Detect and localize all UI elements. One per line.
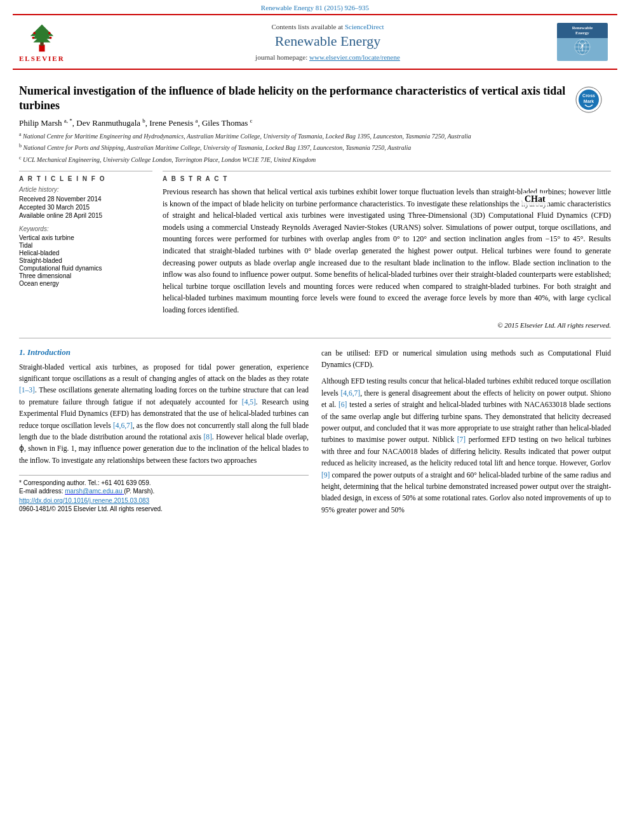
body-right-column: can be utilised: EFD or numerical simula… [321,347,611,521]
journal-homepage-line: journal homepage: www.elsevier.com/locat… [255,53,400,61]
journal-reference: Renewable Energy 81 (2015) 926–935 [0,0,630,14]
abstract-text: Previous research has shown that helical… [163,186,611,316]
affil-a: a National Centre for Maritime Engineeri… [19,131,611,141]
journal-homepage-link[interactable]: www.elsevier.com/locate/renene [309,53,400,61]
crossmark-badge: Cross Mark [573,84,605,116]
doi-link: http://dx.doi.org/10.1016/j.renene.2015.… [19,497,309,504]
keyword-2: Helical-bladed [19,250,152,257]
article-title: Numerical investigation of the influence… [19,84,611,114]
svg-text:Cross: Cross [582,93,595,98]
svg-point-5 [33,32,36,34]
ref-9[interactable]: [9] [321,471,330,479]
keywords-label: Keywords: [19,225,152,232]
affil-c: c UCL Mechanical Engineering, University… [19,154,611,164]
ref-4-5[interactable]: [4,5] [242,398,256,406]
elsevier-wordmark: ELSEVIER [19,55,65,62]
section-divider [19,338,611,338]
ref-7[interactable]: [7] [457,436,466,443]
crossmark-icon: Cross Mark [575,86,603,114]
abstract-column: A B S T R A C T Previous research has sh… [163,171,611,329]
ref-8[interactable]: [8] [203,433,211,441]
email-link[interactable]: marsh@amc.edu.au [65,488,124,495]
date-accepted: Accepted 30 March 2015 [19,204,152,211]
intro-para-right-2: Although EFD testing results concur that… [321,375,611,516]
keywords-section: Keywords: Vertical axis turbine Tidal He… [19,225,152,287]
journal-title: Renewable Energy [275,33,380,50]
issn-line: 0960-1481/© 2015 Elsevier Ltd. All right… [19,505,309,512]
email-line: E-mail address: marsh@amc.edu.au (P. Mar… [19,488,309,495]
journal-ref-text: Renewable Energy 81 (2015) 926–935 [261,4,369,11]
elsevier-logo-section: ELSEVIER [19,20,102,63]
intro-para-left: Straight-bladed vertical axis turbines, … [19,361,309,467]
intro-para-right-1: can be utilised: EFD or numerical simula… [321,347,611,371]
renewable-energy-badge: RenewableEnergy [557,23,608,61]
keyword-5: Three dimensional [19,272,152,279]
keyword-1: Tidal [19,242,152,249]
date-available: Available online 28 April 2015 [19,212,152,219]
elsevier-logo: ELSEVIER [19,22,65,62]
keyword-0: Vertical axis turbine [19,234,152,241]
badge-text: RenewableEnergy [572,25,593,36]
journal-header: ELSEVIER Contents lists available at Sci… [13,14,617,70]
article-content: Numerical investigation of the influence… [0,70,630,528]
svg-point-18 [582,44,584,46]
body-left-column: 1. Introduction Straight-bladed vertical… [19,347,309,521]
intro-heading: 1. Introduction [19,347,309,357]
authors-line: Philip Marsh a, *, Dev Ranmuthugala b, I… [19,117,611,128]
keyword-6: Ocean energy [19,280,152,287]
elsevier-tree-icon [20,22,64,53]
svg-text:Mark: Mark [584,99,594,103]
ref-6[interactable]: [6] [338,401,347,408]
article-info-label: A R T I C L E I N F O [19,175,152,182]
article-info-abstract-section: A R T I C L E I N F O Article history: R… [19,171,611,329]
date-received: Received 28 November 2014 [19,196,152,203]
copyright-line: © 2015 Elsevier Ltd. All rights reserved… [163,321,611,329]
journal-badge-section: RenewableEnergy [554,20,611,63]
affil-b: b National Centre for Ports and Shipping… [19,142,611,152]
svg-point-7 [32,37,34,39]
body-content: 1. Introduction Straight-bladed vertical… [19,347,611,521]
article-info-column: A R T I C L E I N F O Article history: R… [19,171,152,329]
science-direct-link[interactable]: ScienceDirect [345,23,384,30]
footer-section: * Corresponding author. Tel.: +61 401 63… [19,475,309,512]
ref-1-3[interactable]: [1–3] [19,386,35,394]
abstract-label: A B S T R A C T [163,175,611,182]
ref-4-6-7b[interactable]: [4,6,7] [340,389,360,397]
ref-4-6-7[interactable]: [4,6,7] [113,422,133,429]
article-title-text: Numerical investigation of the influence… [19,84,565,112]
keyword-4: Computational fluid dynamics [19,265,152,272]
corresponding-author-note: * Corresponding author. Tel.: +61 401 63… [19,479,309,486]
keyword-3: Straight-bladed [19,257,152,264]
contents-available-line: Contents lists available at ScienceDirec… [271,23,384,30]
svg-point-6 [48,32,51,34]
svg-point-8 [50,37,52,39]
affiliations-section: a National Centre for Maritime Engineeri… [19,131,611,164]
article-history-label: Article history: [19,186,152,193]
journal-header-center: Contents lists available at ScienceDirec… [102,20,554,63]
doi-anchor[interactable]: http://dx.doi.org/10.1016/j.renene.2015.… [19,497,149,504]
globe-icon [573,37,592,57]
